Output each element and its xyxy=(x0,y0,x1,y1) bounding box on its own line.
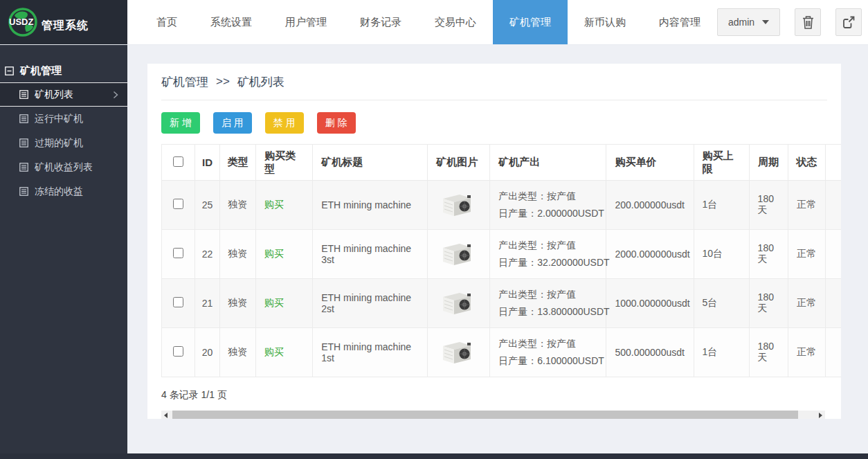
disable-button[interactable]: 禁 用 xyxy=(265,112,304,134)
logout-button[interactable] xyxy=(835,8,862,36)
sidebar-item[interactable]: 矿机收益列表 xyxy=(0,155,127,179)
col-header: 矿机标题 xyxy=(313,145,428,181)
cell-output: 产出类型：按产值日产量：32.200000USDT xyxy=(490,230,606,279)
cell-purchase-type: 购买 xyxy=(256,279,313,328)
minus-square-icon xyxy=(5,66,14,75)
enable-button[interactable]: 启 用 xyxy=(213,112,252,134)
list-icon xyxy=(19,90,28,99)
cell-type: 独资 xyxy=(220,230,256,279)
cell-cycle: 180天 xyxy=(749,328,788,377)
nav-item[interactable]: 财务记录 xyxy=(343,0,418,44)
nav-item[interactable]: 矿机管理 xyxy=(493,0,568,44)
cell-image xyxy=(428,328,490,377)
purchase-type-link[interactable]: 购买 xyxy=(264,297,284,308)
nav-item[interactable]: 内容管理 xyxy=(642,0,717,44)
output-type: 产出类型：按产值 xyxy=(498,335,597,352)
caret-down-icon xyxy=(762,20,769,24)
nav-item[interactable]: 首页 xyxy=(140,0,194,44)
row-checkbox[interactable] xyxy=(173,346,183,357)
user-menu-button[interactable]: admin xyxy=(717,8,780,36)
table-row: 22独资购买ETH mining machine 3st产出类型：按产值日产量：… xyxy=(162,230,842,279)
cell-title: ETH mining machine 3st xyxy=(313,230,428,279)
cell-limit: 1台 xyxy=(694,181,749,230)
chevron-right-icon xyxy=(113,91,118,99)
trash-icon xyxy=(802,15,815,30)
sidebar-item-label: 过期的矿机 xyxy=(35,137,83,150)
daily-output: 日产量：6.100000USDT xyxy=(498,352,597,370)
cell-select xyxy=(162,230,195,279)
row-checkbox[interactable] xyxy=(173,297,183,307)
col-header: 类型 xyxy=(220,145,256,181)
sidebar-group-miner-management[interactable]: 矿机管理 xyxy=(0,59,127,82)
cell-purchase-type: 购买 xyxy=(256,181,313,230)
row-checkbox[interactable] xyxy=(173,199,183,209)
toolbar: 新 增启 用禁 用删 除 xyxy=(161,112,827,134)
miner-image xyxy=(436,239,475,268)
daily-output: 日产量：13.800000USDT xyxy=(498,303,597,321)
cell-status: 正常 xyxy=(788,230,825,279)
nav-item[interactable]: 新币认购 xyxy=(568,0,642,44)
cell-cycle: 180天 xyxy=(749,181,788,230)
cell-status: 正常 xyxy=(788,279,825,328)
cell-purchase-type: 购买 xyxy=(256,230,313,279)
breadcrumb: 矿机管理 >> 矿机列表 xyxy=(161,64,827,100)
sidebar-item-label: 运行中矿机 xyxy=(35,113,83,125)
cell-title: ETH mining machine xyxy=(313,181,428,230)
cell-clipped xyxy=(825,181,841,230)
sidebar-item[interactable]: 运行中矿机 xyxy=(0,107,127,131)
delete-button[interactable]: 删 除 xyxy=(317,112,356,134)
horizontal-scrollbar[interactable] xyxy=(161,411,825,419)
cell-type: 独资 xyxy=(220,181,256,230)
cell-cycle: 180天 xyxy=(749,230,788,279)
breadcrumb-separator: >> xyxy=(216,75,230,89)
main-area: 矿机管理 >> 矿机列表 新 增启 用禁 用删 除 ID类型购买类型矿机标题矿机… xyxy=(127,45,868,459)
cell-id: 20 xyxy=(195,328,220,377)
col-header: 购买上限 xyxy=(694,145,749,181)
cell-limit: 5台 xyxy=(694,279,749,328)
sidebar-item[interactable]: 过期的矿机 xyxy=(0,131,127,155)
add-button[interactable]: 新 增 xyxy=(161,112,200,134)
scroll-right-arrow-icon[interactable] xyxy=(816,413,825,418)
nav-item[interactable]: 交易中心 xyxy=(418,0,493,44)
col-header: 购买类型 xyxy=(256,145,313,181)
col-header: ID xyxy=(195,145,220,181)
nav-item[interactable]: 用户管理 xyxy=(269,0,343,44)
cell-select xyxy=(162,181,195,230)
scrollbar-thumb[interactable] xyxy=(172,411,798,419)
top-nav: 首页系统设置用户管理财务记录交易中心矿机管理新币认购内容管理 xyxy=(140,0,717,44)
cell-output: 产出类型：按产值日产量：13.800000USDT xyxy=(490,279,606,328)
user-name: admin xyxy=(728,17,754,28)
select-all-checkbox[interactable] xyxy=(173,156,183,167)
globe-logo-icon: USDZ xyxy=(7,6,39,38)
col-header: 状态 xyxy=(788,145,825,181)
cell-price: 1000.000000usdt xyxy=(606,279,694,328)
cell-price: 2000.000000usdt xyxy=(606,230,694,279)
cell-clipped xyxy=(825,279,841,328)
cell-purchase-type: 购买 xyxy=(256,328,313,377)
output-type: 产出类型：按产值 xyxy=(498,188,597,205)
cell-title: ETH mining machine 2st xyxy=(313,279,428,328)
col-header: 矿机图片 xyxy=(428,145,490,181)
header-actions: admin xyxy=(717,0,868,44)
trash-button[interactable] xyxy=(795,8,821,36)
sidebar-item-label: 矿机列表 xyxy=(35,89,73,101)
cell-type: 独资 xyxy=(220,328,256,377)
purchase-type-link[interactable]: 购买 xyxy=(264,248,284,259)
scroll-left-arrow-icon[interactable] xyxy=(161,413,170,418)
bottom-bar xyxy=(0,453,868,459)
sidebar-item[interactable]: 矿机列表 xyxy=(0,82,127,107)
sidebar-item-label: 矿机收益列表 xyxy=(35,161,93,174)
miner-table-wrap: ID类型购买类型矿机标题矿机图片矿机产出购买单价购买上限周期状态 25独资购买E… xyxy=(161,144,841,377)
miner-table: ID类型购买类型矿机标题矿机图片矿机产出购买单价购买上限周期状态 25独资购买E… xyxy=(161,144,841,377)
purchase-type-link[interactable]: 购买 xyxy=(264,199,284,210)
sidebar-item[interactable]: 冻结的收益 xyxy=(0,179,127,204)
col-header-select xyxy=(162,145,195,181)
cell-select xyxy=(162,328,195,377)
cell-status: 正常 xyxy=(788,328,825,377)
nav-item[interactable]: 系统设置 xyxy=(194,0,269,44)
cell-clipped xyxy=(825,230,841,279)
cell-id: 21 xyxy=(195,279,220,328)
purchase-type-link[interactable]: 购买 xyxy=(264,346,284,357)
cell-limit: 10台 xyxy=(694,230,749,279)
row-checkbox[interactable] xyxy=(173,248,183,258)
